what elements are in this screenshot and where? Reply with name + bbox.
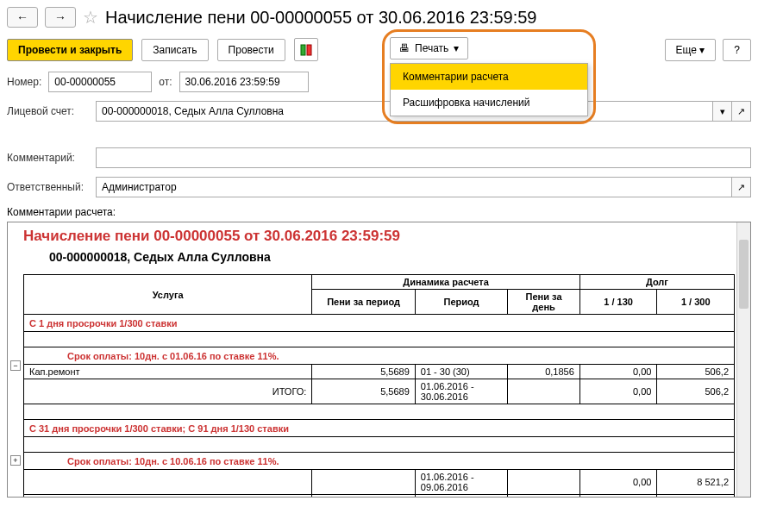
print-dropdown-highlight: 🖶 Печать ▾ Комментарии расчета Расшифров… bbox=[382, 29, 596, 124]
col-debt: Долг bbox=[579, 275, 734, 290]
svg-rect-1 bbox=[307, 45, 311, 55]
report-table: Услуга Динамика расчета Долг Пени за пер… bbox=[23, 274, 735, 498]
col-service: Услуга bbox=[24, 275, 312, 315]
col-period: Период bbox=[415, 290, 507, 315]
document-preview: − + Начисление пени 00-00000055 от 30.06… bbox=[7, 222, 751, 498]
submit-close-button[interactable]: Провести и закрыть bbox=[7, 39, 133, 61]
dropdown-arrow-icon: ▾ bbox=[454, 42, 459, 54]
dt-icon bbox=[300, 44, 312, 56]
responsible-label: Ответственный: bbox=[7, 181, 89, 193]
comment-input[interactable] bbox=[96, 147, 751, 168]
table-row: Кап.ремонт 5,5689 01 - 30 (30) 0,1856 0,… bbox=[24, 365, 735, 379]
total-row: ИТОГО: 5,5689 01.06.2016 - 30.06.2016 0,… bbox=[24, 379, 735, 404]
favorite-star-icon[interactable]: ☆ bbox=[83, 7, 98, 28]
term-2-label: Срок оплаты: 10дн. с 10.06.16 по ставке … bbox=[24, 453, 735, 470]
print-button[interactable]: 🖶 Печать ▾ bbox=[390, 37, 468, 59]
nav-back-button[interactable]: ← bbox=[7, 7, 38, 28]
dt-button[interactable] bbox=[294, 38, 318, 61]
col-300: 1 / 300 bbox=[657, 290, 735, 315]
total-row: ИТОГО: 132,8309 10.06.2016 - 30.06.2016 … bbox=[24, 495, 735, 498]
tree-collapse-1[interactable]: − bbox=[10, 360, 21, 371]
save-button[interactable]: Записать bbox=[141, 39, 208, 61]
vertical-scrollbar[interactable] bbox=[736, 222, 750, 497]
col-130: 1 / 130 bbox=[579, 290, 657, 315]
comment-label: Комментарий: bbox=[7, 152, 89, 164]
responsible-input[interactable] bbox=[96, 177, 732, 197]
col-peni-period: Пени за период bbox=[312, 290, 415, 315]
menu-item-comments[interactable]: Комментарии расчета bbox=[391, 64, 587, 90]
doc-title: Начисление пени 00-00000055 от 30.06.201… bbox=[23, 228, 735, 245]
help-button[interactable]: ? bbox=[723, 39, 751, 61]
menu-item-decrypt[interactable]: Расшифровка начислений bbox=[391, 90, 587, 116]
tree-expand-2[interactable]: + bbox=[10, 455, 21, 466]
calc-comments-label: Комментарии расчета: bbox=[7, 206, 751, 218]
col-peni-day: Пени за день bbox=[508, 290, 580, 315]
submit-button[interactable]: Провести bbox=[217, 39, 285, 61]
term-1-label: Срок оплаты: 10дн. с 01.06.16 по ставке … bbox=[24, 347, 735, 365]
doc-subtitle: 00-000000018, Седых Алла Сулловна bbox=[49, 250, 735, 264]
col-dynamics: Динамика расчета bbox=[312, 275, 579, 290]
from-input[interactable] bbox=[179, 72, 309, 92]
responsible-open-button[interactable]: ↗ bbox=[732, 177, 751, 197]
page-title: Начисление пени 00-00000055 от 30.06.201… bbox=[105, 8, 537, 28]
table-row: 01.06.2016 - 09.06.2016 0,00 8 521,2 bbox=[24, 470, 735, 495]
section-1-label: С 1 дня просрочки 1/300 ставки bbox=[24, 315, 735, 332]
more-button[interactable]: Еще ▾ bbox=[665, 39, 717, 61]
section-2-label: С 31 дня просрочки 1/300 ставки; С 91 дн… bbox=[24, 420, 735, 437]
account-open-button[interactable]: ↗ bbox=[732, 101, 751, 122]
print-label: Печать bbox=[415, 42, 448, 54]
from-label: от: bbox=[159, 76, 172, 88]
number-label: Номер: bbox=[7, 76, 41, 88]
print-dropdown-menu: Комментарии расчета Расшифровка начислен… bbox=[390, 63, 588, 116]
nav-forward-button[interactable]: → bbox=[45, 7, 76, 28]
account-select-button[interactable]: ▾ bbox=[713, 101, 732, 122]
printer-icon: 🖶 bbox=[399, 42, 410, 54]
svg-rect-0 bbox=[301, 45, 305, 55]
account-label: Лицевой счет: bbox=[7, 105, 89, 117]
number-input[interactable] bbox=[48, 72, 152, 92]
